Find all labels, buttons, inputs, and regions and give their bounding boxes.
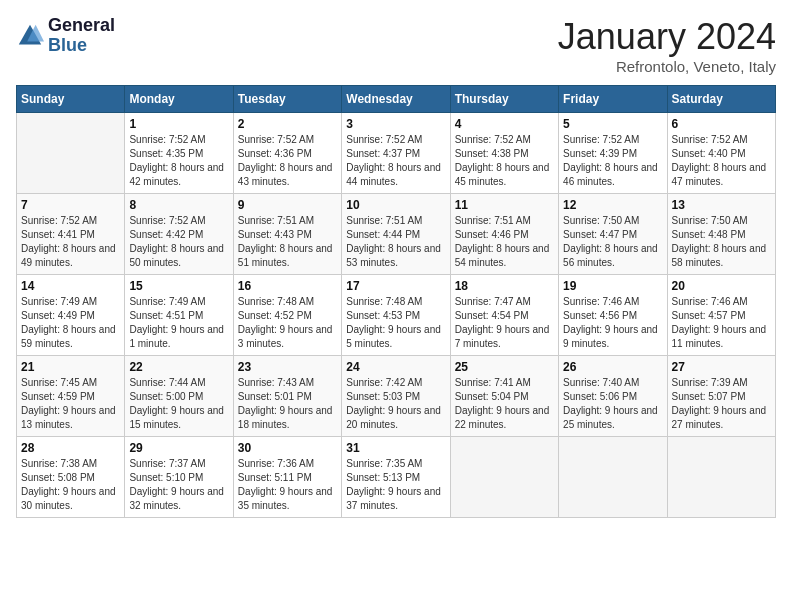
day-number: 11 xyxy=(455,198,554,212)
calendar-week-row: 28Sunrise: 7:38 AMSunset: 5:08 PMDayligh… xyxy=(17,437,776,518)
column-header-sunday: Sunday xyxy=(17,86,125,113)
calendar-cell: 26Sunrise: 7:40 AMSunset: 5:06 PMDayligh… xyxy=(559,356,667,437)
calendar-cell: 3Sunrise: 7:52 AMSunset: 4:37 PMDaylight… xyxy=(342,113,450,194)
day-info: Sunrise: 7:52 AMSunset: 4:42 PMDaylight:… xyxy=(129,214,228,270)
calendar-cell xyxy=(450,437,558,518)
day-number: 25 xyxy=(455,360,554,374)
title-block: January 2024 Refrontolo, Veneto, Italy xyxy=(558,16,776,75)
day-info: Sunrise: 7:46 AMSunset: 4:57 PMDaylight:… xyxy=(672,295,771,351)
day-info: Sunrise: 7:48 AMSunset: 4:53 PMDaylight:… xyxy=(346,295,445,351)
calendar-cell xyxy=(17,113,125,194)
day-number: 6 xyxy=(672,117,771,131)
calendar-cell: 2Sunrise: 7:52 AMSunset: 4:36 PMDaylight… xyxy=(233,113,341,194)
day-info: Sunrise: 7:44 AMSunset: 5:00 PMDaylight:… xyxy=(129,376,228,432)
day-number: 2 xyxy=(238,117,337,131)
day-number: 13 xyxy=(672,198,771,212)
calendar-cell: 13Sunrise: 7:50 AMSunset: 4:48 PMDayligh… xyxy=(667,194,775,275)
day-number: 18 xyxy=(455,279,554,293)
calendar-cell: 18Sunrise: 7:47 AMSunset: 4:54 PMDayligh… xyxy=(450,275,558,356)
day-number: 5 xyxy=(563,117,662,131)
day-number: 16 xyxy=(238,279,337,293)
logo-icon xyxy=(16,22,44,50)
day-info: Sunrise: 7:48 AMSunset: 4:52 PMDaylight:… xyxy=(238,295,337,351)
day-info: Sunrise: 7:49 AMSunset: 4:51 PMDaylight:… xyxy=(129,295,228,351)
day-info: Sunrise: 7:52 AMSunset: 4:36 PMDaylight:… xyxy=(238,133,337,189)
calendar-cell: 30Sunrise: 7:36 AMSunset: 5:11 PMDayligh… xyxy=(233,437,341,518)
calendar-cell: 21Sunrise: 7:45 AMSunset: 4:59 PMDayligh… xyxy=(17,356,125,437)
day-info: Sunrise: 7:49 AMSunset: 4:49 PMDaylight:… xyxy=(21,295,120,351)
day-number: 20 xyxy=(672,279,771,293)
calendar-cell: 24Sunrise: 7:42 AMSunset: 5:03 PMDayligh… xyxy=(342,356,450,437)
day-info: Sunrise: 7:46 AMSunset: 4:56 PMDaylight:… xyxy=(563,295,662,351)
day-info: Sunrise: 7:37 AMSunset: 5:10 PMDaylight:… xyxy=(129,457,228,513)
column-header-monday: Monday xyxy=(125,86,233,113)
column-header-tuesday: Tuesday xyxy=(233,86,341,113)
day-info: Sunrise: 7:39 AMSunset: 5:07 PMDaylight:… xyxy=(672,376,771,432)
day-number: 27 xyxy=(672,360,771,374)
calendar-cell: 28Sunrise: 7:38 AMSunset: 5:08 PMDayligh… xyxy=(17,437,125,518)
calendar-week-row: 21Sunrise: 7:45 AMSunset: 4:59 PMDayligh… xyxy=(17,356,776,437)
calendar-cell: 4Sunrise: 7:52 AMSunset: 4:38 PMDaylight… xyxy=(450,113,558,194)
calendar-cell: 6Sunrise: 7:52 AMSunset: 4:40 PMDaylight… xyxy=(667,113,775,194)
calendar-cell: 16Sunrise: 7:48 AMSunset: 4:52 PMDayligh… xyxy=(233,275,341,356)
day-number: 15 xyxy=(129,279,228,293)
calendar-cell: 17Sunrise: 7:48 AMSunset: 4:53 PMDayligh… xyxy=(342,275,450,356)
day-number: 7 xyxy=(21,198,120,212)
day-info: Sunrise: 7:52 AMSunset: 4:39 PMDaylight:… xyxy=(563,133,662,189)
calendar-cell: 10Sunrise: 7:51 AMSunset: 4:44 PMDayligh… xyxy=(342,194,450,275)
logo: General Blue xyxy=(16,16,115,56)
page-header: General Blue January 2024 Refrontolo, Ve… xyxy=(16,16,776,75)
day-number: 4 xyxy=(455,117,554,131)
calendar-cell: 14Sunrise: 7:49 AMSunset: 4:49 PMDayligh… xyxy=(17,275,125,356)
day-number: 31 xyxy=(346,441,445,455)
logo-text: General Blue xyxy=(48,16,115,56)
day-number: 12 xyxy=(563,198,662,212)
calendar-cell: 27Sunrise: 7:39 AMSunset: 5:07 PMDayligh… xyxy=(667,356,775,437)
day-number: 29 xyxy=(129,441,228,455)
day-number: 9 xyxy=(238,198,337,212)
day-number: 26 xyxy=(563,360,662,374)
day-info: Sunrise: 7:51 AMSunset: 4:43 PMDaylight:… xyxy=(238,214,337,270)
day-info: Sunrise: 7:36 AMSunset: 5:11 PMDaylight:… xyxy=(238,457,337,513)
day-info: Sunrise: 7:50 AMSunset: 4:48 PMDaylight:… xyxy=(672,214,771,270)
calendar-cell: 29Sunrise: 7:37 AMSunset: 5:10 PMDayligh… xyxy=(125,437,233,518)
day-number: 24 xyxy=(346,360,445,374)
month-title: January 2024 xyxy=(558,16,776,58)
column-header-thursday: Thursday xyxy=(450,86,558,113)
calendar-week-row: 14Sunrise: 7:49 AMSunset: 4:49 PMDayligh… xyxy=(17,275,776,356)
day-info: Sunrise: 7:41 AMSunset: 5:04 PMDaylight:… xyxy=(455,376,554,432)
day-info: Sunrise: 7:52 AMSunset: 4:35 PMDaylight:… xyxy=(129,133,228,189)
column-header-saturday: Saturday xyxy=(667,86,775,113)
calendar-header-row: SundayMondayTuesdayWednesdayThursdayFrid… xyxy=(17,86,776,113)
calendar-cell: 5Sunrise: 7:52 AMSunset: 4:39 PMDaylight… xyxy=(559,113,667,194)
day-number: 19 xyxy=(563,279,662,293)
day-info: Sunrise: 7:45 AMSunset: 4:59 PMDaylight:… xyxy=(21,376,120,432)
calendar-week-row: 1Sunrise: 7:52 AMSunset: 4:35 PMDaylight… xyxy=(17,113,776,194)
day-info: Sunrise: 7:52 AMSunset: 4:41 PMDaylight:… xyxy=(21,214,120,270)
day-info: Sunrise: 7:51 AMSunset: 4:46 PMDaylight:… xyxy=(455,214,554,270)
day-info: Sunrise: 7:52 AMSunset: 4:37 PMDaylight:… xyxy=(346,133,445,189)
calendar-cell: 20Sunrise: 7:46 AMSunset: 4:57 PMDayligh… xyxy=(667,275,775,356)
day-number: 17 xyxy=(346,279,445,293)
day-number: 28 xyxy=(21,441,120,455)
calendar-cell: 23Sunrise: 7:43 AMSunset: 5:01 PMDayligh… xyxy=(233,356,341,437)
day-info: Sunrise: 7:42 AMSunset: 5:03 PMDaylight:… xyxy=(346,376,445,432)
calendar-cell: 1Sunrise: 7:52 AMSunset: 4:35 PMDaylight… xyxy=(125,113,233,194)
column-header-friday: Friday xyxy=(559,86,667,113)
day-number: 8 xyxy=(129,198,228,212)
calendar-cell: 25Sunrise: 7:41 AMSunset: 5:04 PMDayligh… xyxy=(450,356,558,437)
day-info: Sunrise: 7:52 AMSunset: 4:40 PMDaylight:… xyxy=(672,133,771,189)
day-info: Sunrise: 7:51 AMSunset: 4:44 PMDaylight:… xyxy=(346,214,445,270)
calendar-cell: 8Sunrise: 7:52 AMSunset: 4:42 PMDaylight… xyxy=(125,194,233,275)
day-info: Sunrise: 7:43 AMSunset: 5:01 PMDaylight:… xyxy=(238,376,337,432)
calendar-cell xyxy=(667,437,775,518)
calendar-week-row: 7Sunrise: 7:52 AMSunset: 4:41 PMDaylight… xyxy=(17,194,776,275)
column-header-wednesday: Wednesday xyxy=(342,86,450,113)
day-number: 23 xyxy=(238,360,337,374)
calendar-table: SundayMondayTuesdayWednesdayThursdayFrid… xyxy=(16,85,776,518)
day-info: Sunrise: 7:35 AMSunset: 5:13 PMDaylight:… xyxy=(346,457,445,513)
day-number: 14 xyxy=(21,279,120,293)
day-number: 30 xyxy=(238,441,337,455)
day-number: 22 xyxy=(129,360,228,374)
calendar-cell: 19Sunrise: 7:46 AMSunset: 4:56 PMDayligh… xyxy=(559,275,667,356)
